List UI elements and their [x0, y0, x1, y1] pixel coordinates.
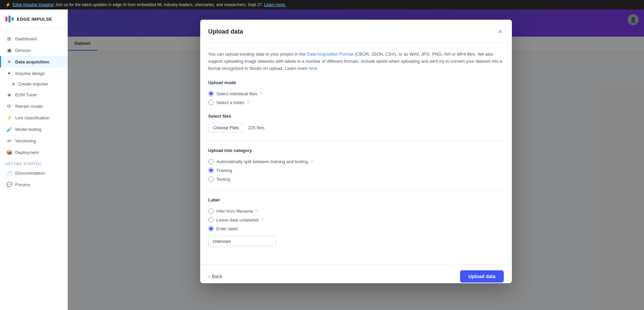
modal-header: Upload data ×: [200, 20, 512, 43]
infer-help-icon: ?: [256, 209, 258, 213]
label-enter-label-option[interactable]: Enter label:: [208, 224, 504, 233]
sidebar-item-documentation[interactable]: 📄 Documentation: [0, 167, 67, 179]
upload-data-modal: Upload data × You can upload existing da…: [200, 20, 512, 283]
back-button-label: Back: [212, 274, 222, 279]
modal-info-text: You can upload existing data to your pro…: [208, 51, 504, 72]
banner-learn-more[interactable]: Learn more.: [264, 2, 286, 7]
sidebar-item-label: Versioning: [15, 138, 36, 143]
upload-mode-folder-option[interactable]: Select a folder ?: [208, 98, 504, 107]
upload-data-button[interactable]: Upload data: [460, 270, 503, 283]
deployment-icon: 📦: [6, 150, 12, 155]
live-classification-icon: ⚡: [6, 115, 12, 120]
choose-files-button[interactable]: Choose Files: [208, 123, 244, 133]
sidebar-item-label: Data acquisition: [15, 59, 49, 64]
sidebar-logo: EDGE IMPULSE: [0, 9, 67, 29]
category-training-radio[interactable]: [208, 168, 214, 173]
upload-mode-radio-group: Select individual files ? Select a folde…: [208, 89, 504, 107]
label-enter-label-radio[interactable]: [208, 226, 214, 231]
sidebar-item-label: EON Tuner: [15, 92, 37, 97]
sidebar-item-label: Impulse design: [15, 71, 45, 76]
sidebar-item-forums[interactable]: 💬 Forums: [0, 179, 67, 190]
category-testing-label: Testing: [216, 177, 230, 182]
category-training-option[interactable]: Training: [208, 166, 504, 175]
upload-mode-label: Upload mode: [208, 80, 504, 85]
sidebar: EDGE IMPULSE ⊞ Dashboard ▣ Devices ≡ Dat…: [0, 9, 68, 310]
label-leave-unlabeled-label: Leave data unlabeled: [216, 217, 258, 222]
sidebar-item-label: Model testing: [15, 127, 41, 132]
versioning-icon: ⇄: [6, 138, 12, 143]
logo-bar-red: [5, 17, 7, 21]
modal-title: Upload data: [208, 28, 243, 35]
sidebar-item-model-testing[interactable]: 🧪 Model testing: [0, 123, 67, 135]
label-infer-filename-option[interactable]: Infer from filename ?: [208, 207, 504, 215]
impulse-design-icon: ✦: [6, 71, 12, 76]
sidebar-item-data-acquisition[interactable]: ≡ Data acquisition: [0, 56, 67, 67]
upload-mode-individual-option[interactable]: Select individual files ?: [208, 89, 504, 98]
modal-overlay: Upload data × You can upload existing da…: [68, 9, 644, 310]
label-radio-group: Infer from filename ? Leave data unlabel…: [208, 207, 504, 247]
label-infer-filename-label: Infer from filename: [216, 209, 253, 214]
unlabeled-help-icon: ?: [261, 217, 264, 222]
upload-mode-folder-radio[interactable]: [208, 100, 214, 105]
devices-icon: ▣: [6, 47, 12, 53]
modal-footer: ‹ Back Upload data: [200, 265, 512, 283]
main-content: Dataset Upload data × You can upload exi…: [68, 9, 644, 310]
folder-help-icon: ?: [247, 100, 250, 105]
sidebar-item-eon-tuner[interactable]: ◈ EON Tuner: [0, 89, 67, 100]
individual-help-icon: ?: [260, 91, 262, 96]
sidebar-item-impulse-design[interactable]: ✦ Impulse design: [0, 67, 67, 79]
retrain-icon: ⟳: [6, 103, 12, 109]
sidebar-item-live-classification[interactable]: ⚡ Live classification: [0, 112, 67, 123]
files-count: 225 files: [248, 125, 264, 130]
forums-icon: 💬: [6, 182, 12, 187]
sidebar-item-dashboard[interactable]: ⊞ Dashboard: [0, 33, 67, 44]
category-auto-split-option[interactable]: Automatically split between training and…: [208, 157, 504, 166]
logo-icon: [5, 16, 14, 22]
back-chevron-icon: ‹: [208, 274, 210, 279]
upload-mode-individual-radio[interactable]: [208, 91, 214, 96]
modal-body: You can upload existing data to your pro…: [200, 43, 512, 262]
sidebar-sub-item-label: Create impulse: [18, 81, 48, 86]
upload-mode-folder-label: Select a folder: [216, 100, 245, 105]
sidebar-item-devices[interactable]: ▣ Devices: [0, 44, 67, 56]
logo-bar-blue: [8, 16, 11, 22]
upload-mode-individual-label: Select individual files: [216, 91, 257, 96]
file-input-row: Choose Files 225 files: [208, 123, 504, 133]
modal-close-button[interactable]: ×: [497, 26, 504, 37]
documentation-icon: 📄: [6, 170, 12, 176]
sidebar-item-retrain-model[interactable]: ⟳ Retrain model: [0, 100, 67, 112]
here-link[interactable]: here: [309, 66, 317, 71]
logo-bar-green: [12, 17, 14, 21]
data-acquisition-format-link[interactable]: Data Acquisition Format: [307, 52, 353, 57]
banner-icon: ⚡: [5, 2, 11, 7]
sidebar-item-label: Deployment: [15, 150, 39, 155]
label-infer-filename-radio[interactable]: [208, 208, 214, 214]
logo-text: EDGE IMPULSE: [17, 17, 52, 22]
label-leave-unlabeled-option[interactable]: Leave data unlabeled ?: [208, 215, 504, 224]
sidebar-item-label: Retrain model: [15, 104, 43, 109]
sidebar-item-label: Documentation: [15, 171, 45, 176]
category-auto-split-radio[interactable]: [208, 159, 214, 164]
sidebar-item-deployment[interactable]: 📦 Deployment: [0, 147, 67, 158]
eon-tuner-icon: ◈: [6, 92, 12, 97]
upload-category-radio-group: Automatically split between training and…: [208, 157, 504, 183]
category-auto-split-label: Automatically split between training and…: [216, 159, 308, 164]
banner-text: Edge Impulse Imagine! Join us for the la…: [13, 2, 286, 7]
sidebar-nav: ⊞ Dashboard ▣ Devices ≡ Data acquisition…: [0, 29, 67, 310]
upload-category-label: Upload into category: [208, 148, 504, 153]
model-testing-icon: 🧪: [6, 127, 12, 132]
sidebar-item-label: Live classification: [15, 115, 49, 120]
top-banner: ⚡ Edge Impulse Imagine! Join us for the …: [0, 0, 644, 9]
category-testing-radio[interactable]: [208, 176, 214, 182]
label-input-field[interactable]: [208, 236, 276, 247]
sidebar-item-versioning[interactable]: ⇄ Versioning: [0, 135, 67, 147]
banner-link-main[interactable]: Edge Impulse Imagine!: [13, 2, 54, 7]
sidebar-item-label: Devices: [15, 48, 31, 53]
sidebar-item-label: Forums: [15, 182, 30, 187]
category-testing-option[interactable]: Testing: [208, 175, 504, 183]
label-leave-unlabeled-radio[interactable]: [208, 217, 214, 222]
back-button[interactable]: ‹ Back: [208, 274, 223, 279]
divider-1: [208, 141, 504, 141]
sidebar-item-create-impulse[interactable]: Create impulse: [0, 79, 67, 89]
label-section-label: Label: [208, 197, 504, 202]
